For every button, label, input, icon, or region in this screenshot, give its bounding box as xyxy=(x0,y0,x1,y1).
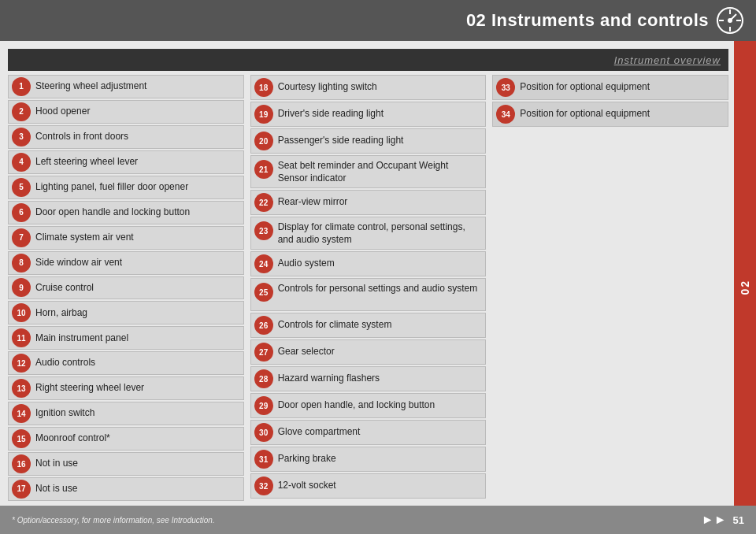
section-title: Instrument overview xyxy=(614,54,721,66)
list-item: 19Driver's side reading light xyxy=(250,102,487,127)
item-label: Hood opener xyxy=(35,106,90,118)
list-item: 30Glove compartment xyxy=(250,420,487,445)
item-label: Cruise control xyxy=(35,282,94,295)
list-item: 26Controls for climate system xyxy=(250,313,487,338)
list-item: 4Left steering wheel lever xyxy=(8,150,244,174)
chapter-number: 02 xyxy=(739,280,751,295)
top-header: 02 Instruments and controls xyxy=(0,0,756,41)
item-label: Rear-view mirror xyxy=(278,196,348,209)
list-item: 16Not in use xyxy=(8,452,244,476)
item-label: Left steering wheel lever xyxy=(35,156,138,169)
column-3: 33Position for optional equipment34Posit… xyxy=(492,75,728,502)
list-item: 11Main instrument panel xyxy=(8,326,244,350)
chapter-tab: 02 xyxy=(734,41,756,534)
item-label: Gear selector xyxy=(278,346,335,358)
item-label: Controls for personal settings and audio… xyxy=(278,283,477,295)
item-label: 12-volt socket xyxy=(278,480,336,492)
item-label: Courtesy lighting switch xyxy=(278,81,377,94)
item-number: 16 xyxy=(12,454,31,473)
item-number: 29 xyxy=(254,396,273,415)
column-1: 1Steering wheel adjustment2Hood opener3C… xyxy=(8,75,244,502)
page-number: 51 xyxy=(733,514,744,526)
list-item: 29Door open handle, and locking button xyxy=(250,393,487,418)
item-number: 1 xyxy=(12,77,31,96)
item-label: Horn, airbag xyxy=(35,307,87,320)
item-number: 21 xyxy=(254,160,273,179)
item-number: 19 xyxy=(254,105,273,124)
item-label: Audio controls xyxy=(35,357,95,369)
item-label: Hazard warning flashers xyxy=(278,373,380,385)
item-label: Parking brake xyxy=(278,453,336,465)
item-label: Driver's side reading light xyxy=(278,108,384,121)
content-area: 1Steering wheel adjustment2Hood opener3C… xyxy=(8,75,728,502)
item-label: Position for optional equipment xyxy=(520,108,650,121)
list-item: 2Hood opener xyxy=(8,100,244,124)
item-label: Audio system xyxy=(278,258,335,270)
item-number: 13 xyxy=(12,379,31,398)
list-item: 31Parking brake xyxy=(250,447,487,472)
bottom-bar: * Option/accessory, for more information… xyxy=(0,506,756,534)
item-label: Seat belt reminder and Occupant Weight S… xyxy=(278,160,481,184)
item-number: 14 xyxy=(12,404,31,423)
item-number: 25 xyxy=(254,283,273,302)
list-item: 13Right steering wheel lever xyxy=(8,376,244,400)
list-item: 12Audio controls xyxy=(8,351,244,375)
item-number: 8 xyxy=(12,254,31,273)
item-label: Controls in front doors xyxy=(35,131,128,143)
item-number: 17 xyxy=(12,480,31,499)
item-label: Controls for climate system xyxy=(278,319,392,332)
item-number: 6 xyxy=(12,203,31,222)
item-number: 7 xyxy=(12,228,31,247)
instruments-icon xyxy=(716,6,744,35)
item-label: Ignition switch xyxy=(35,407,94,420)
item-label: Side window air vent xyxy=(35,257,122,269)
item-number: 24 xyxy=(254,254,273,273)
list-item: 28Hazard warning flashers xyxy=(250,366,487,391)
item-number: 20 xyxy=(254,132,273,150)
page-title: 02 Instruments and controls xyxy=(466,10,709,31)
list-item: 9Cruise control xyxy=(8,276,244,300)
list-item: 18Courtesy lighting switch xyxy=(250,75,487,100)
list-item: 22Rear-view mirror xyxy=(250,190,487,215)
item-number: 34 xyxy=(496,105,515,124)
item-number: 31 xyxy=(254,450,273,469)
list-item: 15Moonroof control* xyxy=(8,427,244,451)
item-number: 12 xyxy=(12,354,31,373)
item-number: 33 xyxy=(496,78,515,97)
item-number: 28 xyxy=(254,369,273,388)
item-number: 23 xyxy=(254,221,273,240)
list-item: 24Audio system xyxy=(250,251,487,276)
list-item: 10Horn, airbag xyxy=(8,301,244,324)
list-item: 3Controls in front doors xyxy=(8,125,244,149)
item-number: 2 xyxy=(12,102,31,121)
list-item: 17Not is use xyxy=(8,477,244,501)
item-number: 27 xyxy=(254,343,273,362)
item-label: Passenger's side reading light xyxy=(278,135,404,147)
item-label: Moonroof control* xyxy=(35,432,110,445)
column-2: 18Courtesy lighting switch19Driver's sid… xyxy=(250,75,487,502)
item-label: Door open handle and locking button xyxy=(35,206,190,219)
item-label: Display for climate control, personal se… xyxy=(278,221,481,246)
item-label: Lighting panel, fuel filler door opener xyxy=(35,181,188,194)
item-number: 32 xyxy=(254,477,273,495)
item-number: 15 xyxy=(12,429,31,448)
item-label: Climate system air vent xyxy=(35,232,134,244)
list-item: 25Controls for personal settings and aud… xyxy=(250,278,487,311)
item-number: 5 xyxy=(12,178,31,197)
list-item: 33Position for optional equipment xyxy=(492,75,728,100)
list-item: 5Lighting panel, fuel filler door opener xyxy=(8,176,244,199)
item-label: Not in use xyxy=(35,458,78,470)
next-arrow-icon[interactable]: ►► xyxy=(702,513,727,527)
item-label: Door open handle, and locking button xyxy=(278,399,435,412)
item-label: Glove compartment xyxy=(278,426,361,439)
list-item: 14Ignition switch xyxy=(8,402,244,425)
item-label: Steering wheel adjustment xyxy=(35,80,146,93)
item-number: 3 xyxy=(12,128,31,146)
bottom-nav: ►► 51 xyxy=(702,513,744,527)
item-number: 4 xyxy=(12,153,31,172)
item-label: Position for optional equipment xyxy=(520,81,650,94)
item-label: Not is use xyxy=(35,483,77,495)
list-item: 20Passenger's side reading light xyxy=(250,128,487,154)
list-item: 34Position for optional equipment xyxy=(492,102,728,127)
list-item: 27Gear selector xyxy=(250,339,487,365)
